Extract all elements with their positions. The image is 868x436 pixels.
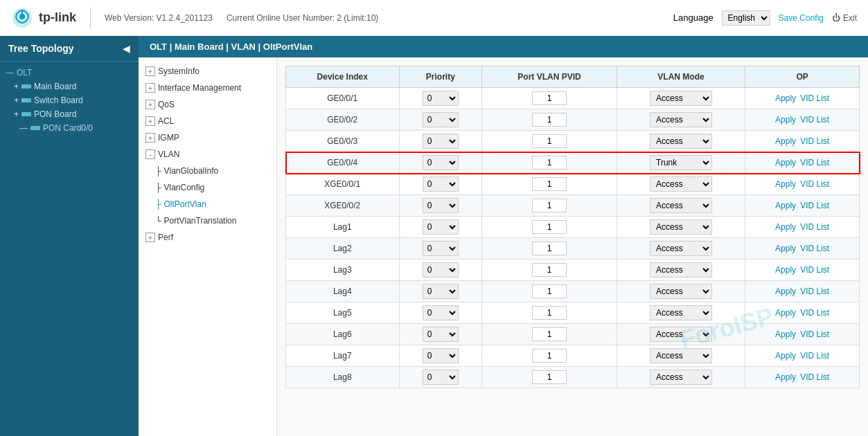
pvid-input[interactable] bbox=[532, 91, 567, 105]
priority-select[interactable]: 01234567 bbox=[423, 241, 459, 256]
vid-list-link[interactable]: VID List bbox=[800, 351, 829, 361]
save-config-button[interactable]: Save Config bbox=[779, 13, 824, 23]
cell-priority: 01234567 bbox=[399, 345, 482, 367]
vid-list-link[interactable]: VID List bbox=[800, 93, 829, 103]
vlan-mode-select[interactable]: AccessTrunkHybrid bbox=[650, 262, 712, 278]
vid-list-link[interactable]: VID List bbox=[800, 179, 829, 189]
vid-list-link[interactable]: VID List bbox=[800, 158, 829, 167]
nav-item-qos[interactable]: + QoS bbox=[139, 96, 276, 113]
cell-vlan-mode: AccessTrunkHybrid bbox=[617, 238, 745, 260]
vlan-mode-select[interactable]: AccessTrunkHybrid bbox=[650, 112, 712, 127]
nav-item-vlan[interactable]: - VLAN bbox=[139, 146, 276, 163]
pvid-input[interactable] bbox=[532, 177, 567, 191]
pvid-input[interactable] bbox=[532, 263, 567, 277]
apply-link[interactable]: Apply bbox=[775, 265, 796, 275]
vlan-mode-select[interactable]: AccessTrunkHybrid bbox=[650, 219, 712, 235]
apply-link[interactable]: Apply bbox=[775, 158, 796, 167]
language-select[interactable]: English bbox=[722, 10, 770, 26]
vlan-mode-select[interactable]: AccessTrunkHybrid bbox=[650, 284, 712, 299]
nav-item-perf[interactable]: + Perf bbox=[139, 229, 276, 246]
vid-list-link[interactable]: VID List bbox=[800, 265, 829, 275]
vlan-mode-select[interactable]: AccessTrunkHybrid bbox=[650, 348, 712, 363]
sidebar-item-pon-board[interactable]: + PON Board bbox=[0, 107, 139, 121]
priority-select[interactable]: 01234567 bbox=[423, 305, 459, 320]
sidebar-item-switch-board[interactable]: + Switch Board bbox=[0, 93, 139, 107]
vlan-mode-select[interactable]: AccessTrunkHybrid bbox=[650, 198, 712, 213]
priority-select[interactable]: 01234567 bbox=[423, 348, 459, 363]
sidebar-collapse-button[interactable]: ◀ bbox=[123, 43, 130, 54]
pvid-input[interactable] bbox=[532, 306, 567, 320]
vlan-mode-select[interactable]: AccessTrunkHybrid bbox=[650, 327, 712, 342]
sidebar-item-main-board[interactable]: + Main Board bbox=[0, 80, 139, 93]
vid-list-link[interactable]: VID List bbox=[800, 222, 829, 232]
cell-pvid bbox=[482, 174, 617, 195]
nav-item-systeminfo[interactable]: + SystemInfo bbox=[139, 63, 276, 80]
apply-link[interactable]: Apply bbox=[775, 201, 796, 210]
pvid-input[interactable] bbox=[532, 242, 567, 255]
vid-list-link[interactable]: VID List bbox=[800, 136, 829, 146]
priority-select[interactable]: 01234567 bbox=[423, 155, 459, 170]
apply-link[interactable]: Apply bbox=[775, 372, 796, 382]
pvid-input[interactable] bbox=[532, 349, 567, 363]
apply-link[interactable]: Apply bbox=[775, 222, 796, 232]
pvid-input[interactable] bbox=[532, 199, 567, 212]
priority-select[interactable]: 01234567 bbox=[423, 91, 459, 106]
content-area: OLT | Main Board | VLAN | OltPortVlan + … bbox=[139, 36, 868, 436]
pvid-input[interactable] bbox=[532, 327, 567, 341]
device-icon bbox=[21, 84, 31, 89]
priority-select[interactable]: 01234567 bbox=[423, 198, 459, 213]
apply-link[interactable]: Apply bbox=[775, 93, 796, 103]
apply-link[interactable]: Apply bbox=[775, 351, 796, 361]
apply-link[interactable]: Apply bbox=[775, 308, 796, 318]
nav-item-vlan-config[interactable]: ├ VlanConfig bbox=[139, 179, 276, 196]
vid-list-link[interactable]: VID List bbox=[800, 372, 829, 382]
table-row: Lag301234567AccessTrunkHybridApplyVID Li… bbox=[286, 260, 860, 281]
vlan-mode-select[interactable]: AccessTrunkHybrid bbox=[650, 155, 712, 170]
exit-button[interactable]: ⏻ Exit bbox=[832, 13, 857, 23]
pvid-input[interactable] bbox=[532, 220, 567, 234]
pvid-input[interactable] bbox=[532, 134, 567, 148]
priority-select[interactable]: 01234567 bbox=[423, 284, 459, 299]
nav-item-vlan-global-info[interactable]: ├ VlanGlobalInfo bbox=[139, 163, 276, 179]
priority-select[interactable]: 01234567 bbox=[423, 370, 459, 385]
vid-list-link[interactable]: VID List bbox=[800, 115, 829, 125]
vid-list-link[interactable]: VID List bbox=[800, 287, 829, 296]
vlan-mode-select[interactable]: AccessTrunkHybrid bbox=[650, 305, 712, 320]
vid-list-link[interactable]: VID List bbox=[800, 329, 829, 339]
priority-select[interactable]: 01234567 bbox=[423, 262, 459, 278]
vlan-mode-select[interactable]: AccessTrunkHybrid bbox=[650, 241, 712, 256]
sidebar-item-olt[interactable]: — OLT bbox=[0, 66, 139, 80]
priority-select[interactable]: 01234567 bbox=[423, 112, 459, 127]
nav-item-olt-port-vlan[interactable]: ├ OltPortVlan bbox=[139, 196, 276, 212]
pvid-input[interactable] bbox=[532, 284, 567, 298]
apply-link[interactable]: Apply bbox=[775, 244, 796, 253]
priority-select[interactable]: 01234567 bbox=[423, 219, 459, 235]
priority-select[interactable]: 01234567 bbox=[423, 327, 459, 342]
nav-item-igmp[interactable]: + IGMP bbox=[139, 129, 276, 146]
apply-link[interactable]: Apply bbox=[775, 329, 796, 339]
vlan-mode-select[interactable]: AccessTrunkHybrid bbox=[650, 134, 712, 149]
vid-list-link[interactable]: VID List bbox=[800, 201, 829, 210]
nav-item-acl[interactable]: + ACL bbox=[139, 113, 276, 129]
cell-op: ApplyVID List bbox=[745, 324, 860, 345]
vid-list-link[interactable]: VID List bbox=[800, 308, 829, 318]
pvid-input[interactable] bbox=[532, 156, 567, 170]
pvid-input[interactable] bbox=[532, 113, 567, 127]
apply-link[interactable]: Apply bbox=[775, 179, 796, 189]
apply-link[interactable]: Apply bbox=[775, 287, 796, 296]
apply-link[interactable]: Apply bbox=[775, 136, 796, 146]
vlan-mode-select[interactable]: AccessTrunkHybrid bbox=[650, 91, 712, 106]
nav-item-interface-management[interactable]: + Interface Management bbox=[139, 80, 276, 96]
cell-priority: 01234567 bbox=[399, 238, 482, 260]
sidebar-item-pon-card[interactable]: — PON Card0/0 bbox=[0, 121, 139, 135]
priority-select[interactable]: 01234567 bbox=[423, 134, 459, 149]
vlan-mode-select[interactable]: AccessTrunkHybrid bbox=[650, 176, 712, 192]
cell-priority: 01234567 bbox=[399, 367, 482, 388]
apply-link[interactable]: Apply bbox=[775, 115, 796, 125]
nav-item-port-vlan-translation[interactable]: └ PortVlanTranslation bbox=[139, 212, 276, 229]
pvid-input[interactable] bbox=[532, 370, 567, 384]
nav-item-label: SystemInfo bbox=[158, 66, 200, 76]
priority-select[interactable]: 01234567 bbox=[423, 176, 459, 192]
vlan-mode-select[interactable]: AccessTrunkHybrid bbox=[650, 370, 712, 385]
vid-list-link[interactable]: VID List bbox=[800, 244, 829, 253]
